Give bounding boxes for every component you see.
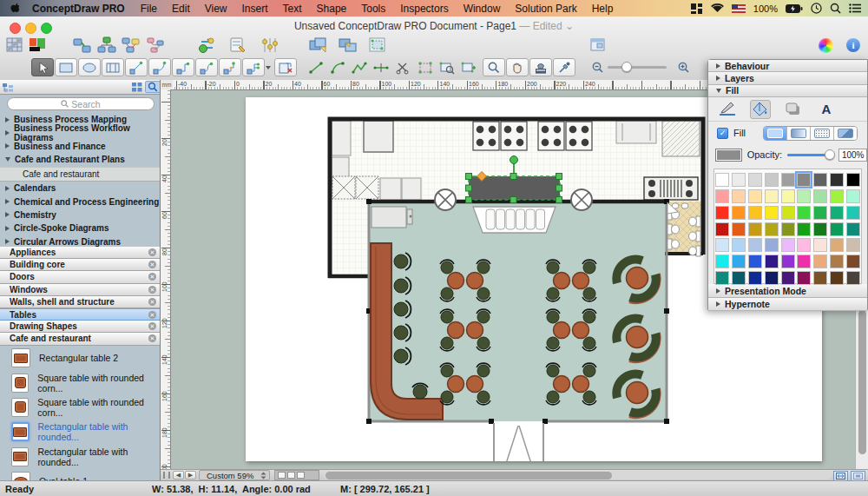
color-swatch[interactable] — [813, 238, 827, 252]
color-swatch[interactable] — [748, 173, 762, 187]
chair[interactable] — [477, 391, 490, 403]
color-swatch[interactable] — [813, 173, 827, 187]
color-swatch[interactable] — [715, 222, 729, 236]
color-swatch[interactable] — [846, 238, 860, 252]
library-cafe-and-restaurant[interactable]: Cafe and restaurant✕ — [0, 333, 161, 345]
line-tool[interactable] — [306, 59, 326, 76]
frame-tool[interactable] — [102, 58, 124, 76]
grid-view-icon[interactable] — [129, 81, 145, 93]
library-appliances[interactable]: Appliances✕ — [0, 247, 161, 259]
pan-selection-tool[interactable] — [458, 59, 479, 76]
opacity-slider-knob[interactable] — [825, 149, 835, 160]
pan-tool[interactable] — [506, 58, 529, 76]
menu-item-view[interactable]: View — [205, 3, 227, 15]
chair[interactable] — [477, 337, 490, 349]
chair[interactable] — [583, 365, 595, 377]
chair[interactable] — [583, 288, 595, 300]
app-menu-title[interactable]: ConceptDraw PRO — [32, 3, 125, 15]
tile-pages-icon[interactable] — [339, 36, 358, 55]
prev-page-button[interactable]: ◀ — [173, 471, 184, 479]
chair[interactable] — [441, 391, 453, 403]
info-icon[interactable]: i — [844, 36, 863, 55]
split-tool[interactable] — [371, 59, 391, 76]
selection-handle[interactable] — [466, 185, 472, 191]
bar-stool[interactable] — [394, 255, 408, 268]
chair[interactable] — [583, 337, 595, 349]
chair[interactable] — [583, 391, 595, 403]
fill-mode-solid[interactable] — [764, 127, 787, 140]
library-walls-shell-and-structure[interactable]: Walls, shell and structure✕ — [0, 296, 161, 308]
selection-handle[interactable] — [556, 185, 562, 191]
color-swatch[interactable] — [830, 173, 844, 187]
stove[interactable] — [501, 122, 527, 150]
menu-item-file[interactable]: File — [141, 3, 157, 15]
app-switcher-icon[interactable] — [691, 3, 703, 14]
close-library-icon[interactable]: ✕ — [148, 298, 156, 306]
menu-item-text[interactable]: Text — [283, 3, 302, 15]
connect-shapes-icon[interactable] — [122, 36, 141, 55]
color-swatch[interactable] — [781, 271, 795, 285]
color-swatch[interactable] — [715, 255, 729, 268]
dining-floor[interactable] — [369, 202, 667, 421]
zoom-slider-knob[interactable] — [621, 62, 632, 72]
round-table[interactable] — [448, 273, 464, 289]
round-table[interactable] — [554, 376, 570, 393]
shape-item[interactable]: Rectangular table 2 — [0, 346, 161, 370]
round-table[interactable] — [573, 376, 589, 393]
selection-handle[interactable] — [556, 174, 562, 180]
elbow-connector-tool[interactable] — [172, 58, 194, 76]
zoom-slider[interactable] — [608, 66, 667, 69]
eyedropper-tool[interactable] — [553, 58, 575, 76]
horizontal-scrollbar-thumb[interactable] — [326, 472, 612, 479]
color-swatch[interactable] — [765, 271, 779, 285]
color-swatch[interactable] — [846, 222, 860, 236]
kitchen-mat[interactable] — [662, 121, 700, 156]
color-swatch[interactable] — [846, 206, 860, 220]
round-table[interactable] — [467, 322, 483, 339]
color-scheme-icon[interactable] — [28, 36, 47, 55]
grill[interactable] — [644, 177, 698, 200]
shape-item[interactable]: Rectangular table with rounded... — [0, 445, 161, 469]
close-library-icon[interactable]: ✕ — [148, 322, 156, 330]
chair[interactable] — [441, 288, 453, 300]
menu-item-shape[interactable]: Shape — [317, 3, 347, 15]
fit-page-icon[interactable] — [368, 36, 387, 55]
search-input[interactable]: Search — [7, 97, 155, 110]
color-swatch[interactable] — [765, 255, 779, 268]
rectangle-tool[interactable] — [55, 58, 77, 76]
zoom-tool[interactable] — [483, 58, 505, 76]
color-swatch[interactable] — [732, 222, 746, 236]
arc-tool[interactable] — [327, 59, 348, 76]
color-swatch[interactable] — [748, 189, 762, 203]
chair[interactable] — [441, 311, 453, 323]
chair[interactable] — [547, 311, 559, 323]
round-table[interactable] — [467, 273, 483, 289]
color-swatch[interactable] — [797, 238, 811, 252]
direct-connector-tool[interactable] — [125, 58, 148, 76]
shape-item[interactable]: Rectangular table with rounded... — [0, 420, 161, 444]
disconnect-tool[interactable] — [274, 58, 297, 76]
color-swatch[interactable] — [748, 271, 762, 285]
chair[interactable] — [477, 261, 490, 274]
inspector-section-behaviour[interactable]: Behaviour — [708, 60, 867, 72]
zoom-selection-tool[interactable] — [437, 59, 457, 76]
inspector-section-presentation-mode[interactable]: Presentation Mode — [708, 284, 867, 297]
bar-stool[interactable] — [394, 326, 408, 340]
color-swatch[interactable] — [813, 206, 827, 220]
color-swatch[interactable] — [781, 255, 795, 268]
color-swatch[interactable] — [797, 222, 811, 236]
color-swatch[interactable] — [732, 173, 746, 187]
color-swatch[interactable] — [765, 222, 779, 236]
library-windows[interactable]: Windows✕ — [0, 284, 161, 296]
color-swatch[interactable] — [715, 271, 729, 285]
chair[interactable] — [547, 288, 559, 300]
round-table[interactable] — [448, 322, 464, 339]
selection-handle[interactable] — [556, 197, 562, 203]
close-library-icon[interactable]: ✕ — [148, 273, 156, 281]
sidebar-search-icon[interactable] — [145, 81, 161, 93]
color-swatch[interactable] — [715, 173, 729, 187]
bar-stool[interactable] — [394, 279, 408, 293]
color-swatch[interactable] — [830, 189, 844, 203]
color-swatch[interactable] — [781, 173, 795, 187]
color-swatch[interactable] — [846, 255, 860, 268]
